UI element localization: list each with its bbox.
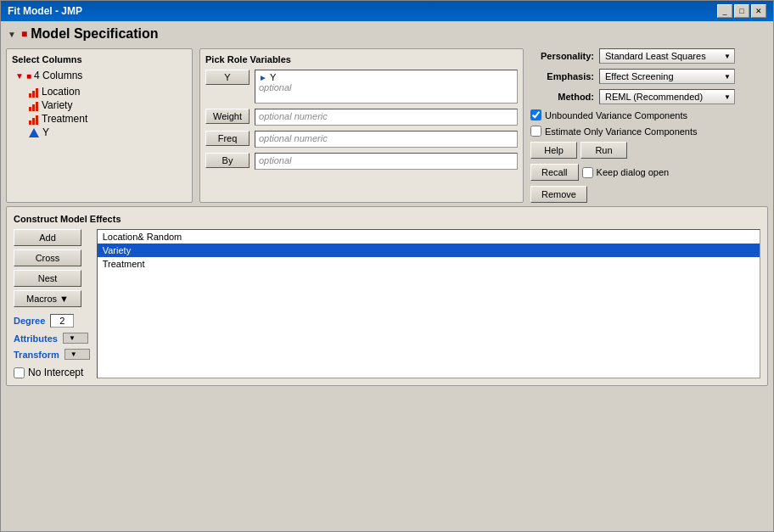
remove-button[interactable]: Remove	[530, 186, 587, 203]
tree-root-label: 4 Columns	[34, 70, 82, 81]
right-panel: Personality: Standard Least Squares ▼ Em…	[530, 48, 768, 203]
construct-buttons: Add Cross Nest Macros ▼ Degree Attribute…	[14, 229, 90, 378]
y-var-name: ► Y	[259, 72, 513, 82]
attributes-label: Attributes	[14, 333, 58, 344]
no-intercept-checkbox[interactable]	[14, 367, 25, 378]
degree-row: Degree	[14, 314, 74, 328]
section-icon: ■	[21, 28, 27, 40]
emphasis-label: Emphasis:	[530, 71, 594, 81]
unbounded-variance-checkbox[interactable]	[530, 109, 541, 120]
construct-inner: Add Cross Nest Macros ▼ Degree Attribute…	[14, 229, 760, 378]
freq-role-button[interactable]: Freq	[205, 131, 250, 146]
window-title: Fit Model - JMP	[8, 5, 82, 17]
construct-panel: Construct Model Effects Add Cross Nest M…	[6, 206, 768, 386]
triangle-icon	[29, 128, 39, 137]
y-role-field[interactable]: ► Y optional	[255, 70, 518, 104]
chevron-down-icon: ▼	[724, 73, 731, 81]
freq-placeholder: optional numeric	[259, 133, 328, 143]
list-item[interactable]: Location	[15, 85, 187, 98]
nest-button[interactable]: Nest	[14, 270, 81, 287]
by-role-field[interactable]: optional	[255, 153, 518, 170]
freq-role-field[interactable]: optional numeric	[255, 131, 518, 148]
attributes-row: Attributes ▼	[14, 333, 88, 344]
select-columns-title: Select Columns	[12, 54, 187, 64]
root-icon: ■	[26, 71, 31, 81]
checkbox2-row: Estimate Only Variance Components	[530, 126, 768, 137]
column-label-location: Location	[42, 86, 80, 98]
run-button[interactable]: Run	[580, 142, 627, 159]
window-body: ▼ ■ Model Specification Select Columns ▼…	[1, 21, 773, 531]
weight-role-row: Weight optional numeric	[205, 109, 518, 126]
chevron-down-icon: ▼	[724, 53, 731, 60]
freq-role-row: Freq optional numeric	[205, 131, 518, 148]
y-role-button[interactable]: Y	[205, 70, 250, 85]
collapse-icon[interactable]: ▼	[6, 28, 18, 40]
method-dropdown[interactable]: REML (Recommended) ▼	[599, 89, 735, 104]
list-item[interactable]: Y	[15, 126, 187, 139]
action-buttons-row: Help Run	[530, 142, 768, 159]
title-bar: Fit Model - JMP _ □ ✕	[1, 1, 773, 21]
degree-input[interactable]	[50, 314, 74, 328]
list-item[interactable]: Treatment	[15, 112, 187, 126]
keep-dialog-row: Keep dialog open	[582, 167, 670, 178]
close-button[interactable]: ✕	[751, 4, 766, 18]
minimize-button[interactable]: _	[717, 4, 732, 18]
keep-dialog-label: Keep dialog open	[597, 167, 670, 177]
by-role-row: By optional	[205, 153, 518, 170]
window-controls: _ □ ✕	[717, 4, 766, 18]
remove-row: Remove	[530, 186, 768, 203]
bar-chart-icon	[29, 87, 38, 98]
checkbox1-row: Unbounded Variance Components	[530, 109, 768, 120]
weight-role-button[interactable]: Weight	[205, 109, 250, 124]
recall-button[interactable]: Recall	[530, 164, 579, 181]
personality-label: Personality:	[530, 51, 594, 61]
method-label: Method:	[530, 92, 594, 102]
weight-placeholder: optional numeric	[259, 111, 328, 121]
personality-dropdown[interactable]: Standard Least Squares ▼	[599, 48, 735, 64]
keep-dialog-checkbox[interactable]	[582, 167, 593, 178]
transform-dropdown[interactable]: ▼	[64, 349, 90, 360]
chevron-down-icon: ▼	[724, 93, 731, 101]
tree-root[interactable]: ▼ ■ 4 Columns	[15, 70, 187, 81]
y-value: Y	[270, 72, 276, 82]
by-role-button[interactable]: By	[205, 153, 250, 168]
unbounded-variance-label: Unbounded Variance Components	[545, 110, 687, 120]
no-intercept-label: No Intercept	[28, 367, 83, 378]
method-value: REML (Recommended)	[605, 92, 703, 102]
emphasis-dropdown[interactable]: Effect Screening ▼	[599, 69, 735, 84]
chevron-down-icon: ▼	[70, 350, 77, 358]
weight-role-field[interactable]: optional numeric	[255, 109, 518, 126]
tree-arrow-icon: ▼	[15, 71, 24, 81]
estimate-only-checkbox[interactable]	[530, 126, 541, 137]
macros-button[interactable]: Macros ▼	[14, 290, 81, 307]
transform-row: Transform ▼	[14, 349, 90, 360]
help-button[interactable]: Help	[530, 142, 577, 159]
add-button[interactable]: Add	[14, 229, 81, 246]
maximize-button[interactable]: □	[734, 4, 749, 18]
attributes-dropdown[interactable]: ▼	[63, 333, 88, 344]
emphasis-value: Effect Screening	[605, 71, 674, 81]
no-intercept-row: No Intercept	[14, 367, 83, 378]
personality-value: Standard Least Squares	[605, 51, 706, 61]
by-placeholder: optional	[259, 155, 292, 165]
recall-row: Recall Keep dialog open	[530, 164, 768, 181]
top-row: Select Columns ▼ ■ 4 Columns	[6, 48, 768, 203]
pick-role-panel: Pick Role Variables Y ► Y optional Weigh…	[199, 48, 524, 203]
list-item[interactable]: Treatment	[98, 257, 760, 271]
bar-chart-icon	[29, 114, 38, 125]
list-item[interactable]: Location& Random	[98, 230, 760, 244]
select-columns-panel: Select Columns ▼ ■ 4 Columns	[6, 48, 193, 203]
list-item[interactable]: Variety	[15, 98, 187, 112]
cross-button[interactable]: Cross	[14, 249, 81, 266]
main-window: Fit Model - JMP _ □ ✕ ▼ ■ Model Specific…	[0, 0, 774, 532]
bar-chart-icon	[29, 100, 38, 111]
estimate-only-label: Estimate Only Variance Components	[545, 126, 698, 137]
degree-label: Degree	[14, 316, 45, 326]
y-triangle-icon: ►	[259, 73, 267, 82]
list-item[interactable]: Variety	[98, 244, 760, 257]
column-label-treatment: Treatment	[42, 113, 87, 125]
method-row: Method: REML (Recommended) ▼	[530, 89, 768, 104]
column-label-variety: Variety	[42, 99, 72, 111]
personality-row: Personality: Standard Least Squares ▼	[530, 48, 768, 64]
effects-list[interactable]: Location& Random Variety Treatment	[97, 229, 760, 378]
